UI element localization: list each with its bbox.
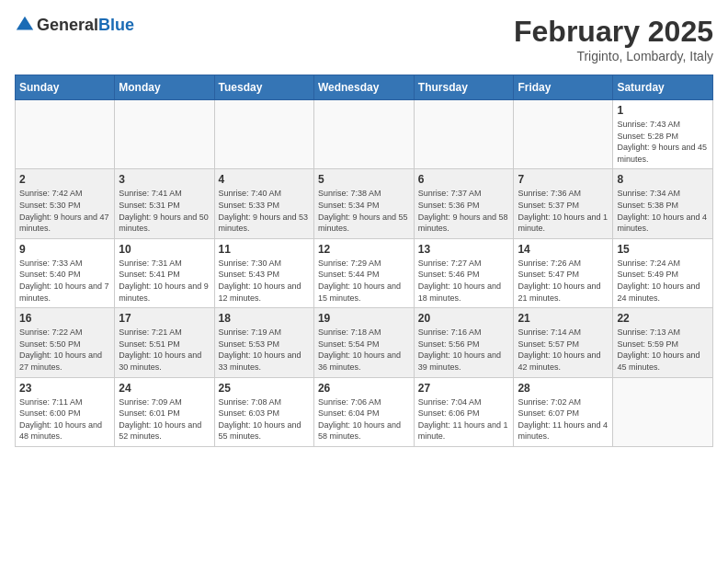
table-row: 18Sunrise: 7:19 AM Sunset: 5:53 PM Dayli…	[214, 308, 313, 377]
table-row: 6Sunrise: 7:37 AM Sunset: 5:36 PM Daylig…	[414, 169, 514, 238]
table-row: 20Sunrise: 7:16 AM Sunset: 5:56 PM Dayli…	[414, 308, 514, 377]
calendar-week-row: 1Sunrise: 7:43 AM Sunset: 5:28 PM Daylig…	[16, 100, 713, 169]
day-info: Sunrise: 7:40 AM Sunset: 5:33 PM Dayligh…	[219, 188, 310, 234]
table-row	[514, 100, 613, 169]
table-row: 10Sunrise: 7:31 AM Sunset: 5:41 PM Dayli…	[115, 238, 214, 307]
day-number: 1	[617, 104, 709, 117]
day-info: Sunrise: 7:26 AM Sunset: 5:47 PM Dayligh…	[518, 258, 609, 304]
header-sunday: Sunday	[16, 75, 115, 100]
table-row	[414, 100, 514, 169]
table-row: 5Sunrise: 7:38 AM Sunset: 5:34 PM Daylig…	[313, 169, 414, 238]
day-number: 10	[119, 243, 210, 256]
day-number: 26	[318, 382, 410, 395]
logo: GeneralBlue	[15, 15, 134, 35]
day-number: 4	[219, 173, 310, 186]
page-header: GeneralBlue February 2025 Triginto, Lomb…	[15, 15, 713, 63]
day-info: Sunrise: 7:36 AM Sunset: 5:37 PM Dayligh…	[518, 188, 609, 234]
day-number: 16	[19, 312, 110, 325]
table-row: 15Sunrise: 7:24 AM Sunset: 5:49 PM Dayli…	[613, 238, 713, 307]
table-row: 28Sunrise: 7:02 AM Sunset: 6:07 PM Dayli…	[514, 377, 613, 446]
day-number: 19	[318, 312, 410, 325]
table-row	[613, 377, 713, 446]
day-number: 21	[518, 312, 609, 325]
table-row: 19Sunrise: 7:18 AM Sunset: 5:54 PM Dayli…	[313, 308, 414, 377]
svg-marker-0	[17, 17, 33, 30]
header-tuesday: Tuesday	[214, 75, 313, 100]
day-info: Sunrise: 7:04 AM Sunset: 6:06 PM Dayligh…	[418, 396, 510, 442]
table-row: 9Sunrise: 7:33 AM Sunset: 5:40 PM Daylig…	[16, 238, 115, 307]
table-row: 7Sunrise: 7:36 AM Sunset: 5:37 PM Daylig…	[514, 169, 613, 238]
day-info: Sunrise: 7:02 AM Sunset: 6:07 PM Dayligh…	[518, 396, 609, 442]
table-row: 2Sunrise: 7:42 AM Sunset: 5:30 PM Daylig…	[16, 169, 115, 238]
day-number: 7	[518, 173, 609, 186]
header-thursday: Thursday	[414, 75, 514, 100]
month-title: February 2025	[514, 15, 713, 49]
calendar-week-row: 23Sunrise: 7:11 AM Sunset: 6:00 PM Dayli…	[16, 377, 713, 446]
day-number: 15	[617, 243, 709, 256]
header-wednesday: Wednesday	[313, 75, 414, 100]
location-title: Triginto, Lombardy, Italy	[514, 49, 713, 63]
day-number: 5	[318, 173, 410, 186]
table-row: 16Sunrise: 7:22 AM Sunset: 5:50 PM Dayli…	[16, 308, 115, 377]
weekday-header-row: Sunday Monday Tuesday Wednesday Thursday…	[16, 75, 713, 100]
header-monday: Monday	[115, 75, 214, 100]
day-number: 22	[617, 312, 709, 325]
logo-blue: Blue	[98, 16, 134, 35]
header-friday: Friday	[514, 75, 613, 100]
header-saturday: Saturday	[613, 75, 713, 100]
day-info: Sunrise: 7:18 AM Sunset: 5:54 PM Dayligh…	[318, 327, 410, 373]
table-row: 11Sunrise: 7:30 AM Sunset: 5:43 PM Dayli…	[214, 238, 313, 307]
table-row: 13Sunrise: 7:27 AM Sunset: 5:46 PM Dayli…	[414, 238, 514, 307]
table-row	[115, 100, 214, 169]
day-number: 27	[418, 382, 510, 395]
table-row: 24Sunrise: 7:09 AM Sunset: 6:01 PM Dayli…	[115, 377, 214, 446]
day-number: 9	[19, 243, 110, 256]
day-number: 3	[119, 173, 210, 186]
day-info: Sunrise: 7:11 AM Sunset: 6:00 PM Dayligh…	[19, 396, 110, 442]
calendar-table: Sunday Monday Tuesday Wednesday Thursday…	[15, 75, 713, 447]
day-number: 13	[418, 243, 510, 256]
table-row: 8Sunrise: 7:34 AM Sunset: 5:38 PM Daylig…	[613, 169, 713, 238]
table-row	[214, 100, 313, 169]
table-row: 27Sunrise: 7:04 AM Sunset: 6:06 PM Dayli…	[414, 377, 514, 446]
day-info: Sunrise: 7:34 AM Sunset: 5:38 PM Dayligh…	[617, 188, 709, 234]
day-number: 6	[418, 173, 510, 186]
day-info: Sunrise: 7:41 AM Sunset: 5:31 PM Dayligh…	[119, 188, 210, 234]
day-info: Sunrise: 7:30 AM Sunset: 5:43 PM Dayligh…	[219, 258, 310, 304]
table-row: 26Sunrise: 7:06 AM Sunset: 6:04 PM Dayli…	[313, 377, 414, 446]
table-row: 3Sunrise: 7:41 AM Sunset: 5:31 PM Daylig…	[115, 169, 214, 238]
table-row: 21Sunrise: 7:14 AM Sunset: 5:57 PM Dayli…	[514, 308, 613, 377]
day-number: 28	[518, 382, 609, 395]
table-row: 23Sunrise: 7:11 AM Sunset: 6:00 PM Dayli…	[16, 377, 115, 446]
day-info: Sunrise: 7:14 AM Sunset: 5:57 PM Dayligh…	[518, 327, 609, 373]
day-info: Sunrise: 7:19 AM Sunset: 5:53 PM Dayligh…	[219, 327, 310, 373]
day-info: Sunrise: 7:16 AM Sunset: 5:56 PM Dayligh…	[418, 327, 510, 373]
day-number: 11	[219, 243, 310, 256]
day-number: 2	[19, 173, 110, 186]
day-number: 18	[219, 312, 310, 325]
day-number: 14	[518, 243, 609, 256]
table-row	[16, 100, 115, 169]
day-number: 25	[219, 382, 310, 395]
logo-general: General	[37, 16, 98, 35]
day-info: Sunrise: 7:27 AM Sunset: 5:46 PM Dayligh…	[418, 258, 510, 304]
calendar-week-row: 9Sunrise: 7:33 AM Sunset: 5:40 PM Daylig…	[16, 238, 713, 307]
day-info: Sunrise: 7:33 AM Sunset: 5:40 PM Dayligh…	[19, 258, 110, 304]
day-info: Sunrise: 7:13 AM Sunset: 5:59 PM Dayligh…	[617, 327, 709, 373]
day-number: 12	[318, 243, 410, 256]
day-info: Sunrise: 7:29 AM Sunset: 5:44 PM Dayligh…	[318, 258, 410, 304]
day-number: 24	[119, 382, 210, 395]
day-info: Sunrise: 7:42 AM Sunset: 5:30 PM Dayligh…	[19, 188, 110, 234]
day-info: Sunrise: 7:31 AM Sunset: 5:41 PM Dayligh…	[119, 258, 210, 304]
table-row: 4Sunrise: 7:40 AM Sunset: 5:33 PM Daylig…	[214, 169, 313, 238]
day-info: Sunrise: 7:22 AM Sunset: 5:50 PM Dayligh…	[19, 327, 110, 373]
day-info: Sunrise: 7:09 AM Sunset: 6:01 PM Dayligh…	[119, 396, 210, 442]
day-number: 20	[418, 312, 510, 325]
day-info: Sunrise: 7:24 AM Sunset: 5:49 PM Dayligh…	[617, 258, 709, 304]
day-number: 17	[119, 312, 210, 325]
table-row	[313, 100, 414, 169]
table-row: 12Sunrise: 7:29 AM Sunset: 5:44 PM Dayli…	[313, 238, 414, 307]
table-row: 14Sunrise: 7:26 AM Sunset: 5:47 PM Dayli…	[514, 238, 613, 307]
day-number: 23	[19, 382, 110, 395]
day-info: Sunrise: 7:43 AM Sunset: 5:28 PM Dayligh…	[617, 119, 709, 165]
